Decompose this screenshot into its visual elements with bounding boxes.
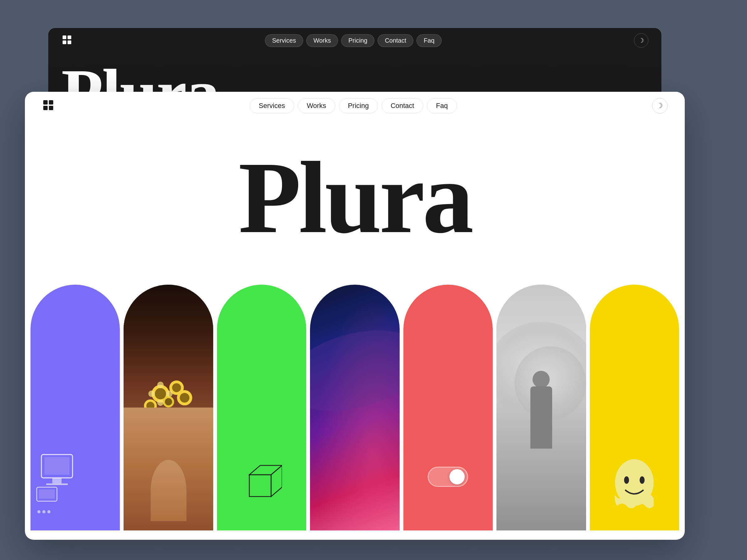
- arch-panel-flower: [124, 285, 213, 530]
- arch-panels-section: [25, 272, 685, 530]
- svg-point-28: [148, 391, 155, 397]
- white-navbar: Services Works Pricing Contact Faq ☽: [25, 92, 685, 120]
- dark-theme-toggle[interactable]: ☽: [634, 33, 648, 48]
- svg-rect-5: [49, 100, 53, 105]
- svg-rect-4: [43, 100, 48, 105]
- toggle-knob: [449, 469, 465, 484]
- arch-panel-bw: [496, 285, 586, 530]
- svg-rect-6: [43, 106, 48, 110]
- svg-point-34: [624, 476, 629, 484]
- svg-rect-2: [62, 41, 66, 44]
- svg-rect-11: [46, 483, 68, 485]
- white-nav-contact[interactable]: Contact: [382, 98, 423, 113]
- white-nav-pricing[interactable]: Pricing: [339, 98, 378, 113]
- dark-nav-services[interactable]: Services: [265, 34, 303, 47]
- arch-panel-dark-gradient: [310, 285, 399, 530]
- svg-rect-13: [39, 489, 55, 499]
- white-nav: Services Works Pricing Contact Faq: [250, 98, 457, 113]
- svg-point-29: [166, 391, 173, 397]
- arch-panel-purple: [30, 285, 120, 530]
- dark-navbar: Services Works Pricing Contact Faq ☽: [48, 28, 662, 53]
- toggle-switch[interactable]: [428, 466, 468, 487]
- svg-rect-7: [49, 106, 53, 110]
- person-silhouette: [527, 371, 555, 531]
- svg-rect-30: [249, 475, 271, 497]
- svg-rect-9: [45, 457, 70, 475]
- white-logo[interactable]: [42, 99, 54, 113]
- flower-bg: [124, 285, 213, 530]
- white-nav-works[interactable]: Works: [298, 98, 335, 113]
- dark-nav-contact[interactable]: Contact: [378, 34, 413, 47]
- cube-illustration: [241, 461, 282, 502]
- white-nav-services[interactable]: Services: [250, 98, 294, 113]
- arch-panel-coral: [403, 285, 493, 530]
- svg-point-27: [157, 399, 164, 406]
- hero-section: Plura: [25, 120, 685, 269]
- white-theme-toggle[interactable]: ☽: [652, 98, 668, 113]
- white-card: Services Works Pricing Contact Faq ☽ Plu…: [25, 92, 685, 540]
- svg-point-21: [165, 398, 172, 405]
- svg-point-15: [155, 388, 166, 399]
- device-illustration: [35, 451, 79, 506]
- dark-moon-icon: ☽: [638, 37, 644, 44]
- white-nav-faq[interactable]: Faq: [427, 98, 457, 113]
- arch-panel-yellow: [590, 285, 679, 530]
- dot-row: [37, 510, 50, 513]
- svg-point-23: [180, 393, 189, 402]
- dark-logo[interactable]: [61, 34, 73, 47]
- arch-panel-green: [217, 285, 306, 530]
- dark-nav-pricing[interactable]: Pricing: [341, 34, 375, 47]
- svg-marker-32: [271, 465, 282, 497]
- smiley-illustration: [610, 458, 659, 515]
- dark-nav: Services Works Pricing Contact Faq: [265, 34, 442, 47]
- dark-nav-faq[interactable]: Faq: [416, 34, 441, 47]
- svg-rect-3: [68, 41, 71, 44]
- hero-title: Plura: [238, 149, 471, 246]
- bw-photo-bg: [496, 285, 586, 530]
- dark-nav-works[interactable]: Works: [306, 34, 338, 47]
- svg-point-17: [172, 383, 181, 392]
- svg-point-26: [157, 381, 164, 388]
- white-moon-icon: ☽: [657, 102, 663, 110]
- svg-rect-10: [52, 478, 61, 483]
- hand-shape: [151, 460, 186, 522]
- svg-point-35: [640, 476, 645, 484]
- svg-rect-0: [62, 35, 66, 39]
- svg-rect-1: [68, 35, 71, 39]
